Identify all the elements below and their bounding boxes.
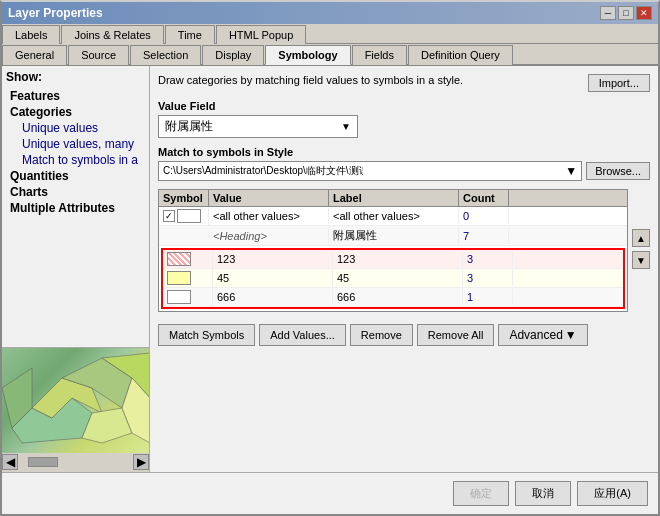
value-field-row: 附属属性 ▼ bbox=[158, 115, 650, 138]
row4-symbol bbox=[163, 288, 213, 306]
ok-button[interactable]: 确定 bbox=[453, 481, 509, 506]
table-row[interactable]: 123 123 3 bbox=[163, 250, 623, 269]
dialog-footer: 确定 取消 应用(A) bbox=[2, 472, 658, 514]
table-row[interactable]: 666 666 1 bbox=[163, 288, 623, 307]
browse-button[interactable]: Browse... bbox=[586, 162, 650, 180]
import-button[interactable]: Import... bbox=[588, 74, 650, 92]
table-row[interactable]: <Heading> 附属属性 7 bbox=[159, 226, 627, 246]
minimize-button[interactable]: ─ bbox=[600, 6, 616, 20]
remove-button[interactable]: Remove bbox=[350, 324, 413, 346]
left-panel: Show: Features Categories Unique values … bbox=[2, 66, 150, 472]
tab-fields[interactable]: Fields bbox=[352, 45, 407, 65]
table-row[interactable]: ✓ <all other values> <all other values> … bbox=[159, 207, 627, 226]
style-path-text: C:\Users\Administrator\Desktop\临时文件\测试\附… bbox=[163, 164, 363, 178]
maximize-button[interactable]: □ bbox=[618, 6, 634, 20]
advanced-button[interactable]: Advanced ▼ bbox=[498, 324, 587, 346]
style-path-dropdown[interactable]: C:\Users\Administrator\Desktop\临时文件\测试\附… bbox=[158, 161, 582, 181]
row1-symbol bbox=[159, 234, 209, 238]
row4-count: 1 bbox=[463, 289, 513, 305]
row2-symbol bbox=[163, 250, 213, 268]
tab-symbology[interactable]: Symbology bbox=[265, 45, 350, 65]
value-field-value: 附属属性 bbox=[165, 118, 213, 135]
tab-time[interactable]: Time bbox=[165, 25, 215, 44]
row0-count: 0 bbox=[459, 208, 509, 224]
row1-count: 7 bbox=[459, 228, 509, 244]
left-item-features[interactable]: Features bbox=[6, 88, 145, 104]
cancel-button[interactable]: 取消 bbox=[515, 481, 571, 506]
tabs-row1: Labels Joins & Relates Time HTML Popup bbox=[2, 24, 658, 44]
scroll-right-btn[interactable]: ▶ bbox=[133, 454, 149, 470]
row3-label: 45 bbox=[333, 270, 463, 286]
window-title: Layer Properties bbox=[8, 6, 103, 20]
advanced-arrow-icon: ▼ bbox=[565, 328, 577, 342]
tab-joins-relates[interactable]: Joins & Relates bbox=[61, 25, 163, 44]
close-button[interactable]: ✕ bbox=[636, 6, 652, 20]
description-text: Draw categories by matching field values… bbox=[158, 74, 463, 86]
title-controls: ─ □ ✕ bbox=[600, 6, 652, 20]
col-label: Label bbox=[329, 190, 459, 206]
col-count: Count bbox=[459, 190, 509, 206]
col-value: Value bbox=[209, 190, 329, 206]
left-item-charts[interactable]: Charts bbox=[6, 184, 145, 200]
value-field-label: Value Field bbox=[158, 100, 650, 112]
remove-all-button[interactable]: Remove All bbox=[417, 324, 495, 346]
row0-value: <all other values> bbox=[209, 208, 329, 224]
row4-value: 666 bbox=[213, 289, 333, 305]
row2-value: 123 bbox=[213, 251, 333, 267]
tab-general[interactable]: General bbox=[2, 45, 67, 65]
tab-source[interactable]: Source bbox=[68, 45, 129, 65]
row0-label: <all other values> bbox=[329, 208, 459, 224]
tabs-row2: General Source Selection Display Symbolo… bbox=[2, 44, 658, 66]
main-content: Show: Features Categories Unique values … bbox=[2, 66, 658, 472]
symbol-swatch bbox=[177, 209, 201, 223]
row3-symbol bbox=[163, 269, 213, 287]
left-items-list: Features Categories Unique values Unique… bbox=[6, 88, 145, 216]
title-bar: Layer Properties ─ □ ✕ bbox=[2, 2, 658, 24]
tab-definition-query[interactable]: Definition Query bbox=[408, 45, 513, 65]
bottom-buttons: Match Symbols Add Values... Remove Remov… bbox=[158, 324, 650, 346]
tab-html-popup[interactable]: HTML Popup bbox=[216, 25, 306, 44]
symbol-swatch bbox=[167, 271, 191, 285]
left-item-unique-values-many[interactable]: Unique values, many bbox=[6, 136, 145, 152]
row2-label: 123 bbox=[333, 251, 463, 267]
right-panel: Draw categories by matching field values… bbox=[150, 66, 658, 472]
row2-count: 3 bbox=[463, 251, 513, 267]
layer-properties-window: Layer Properties ─ □ ✕ Labels Joins & Re… bbox=[0, 0, 660, 516]
left-item-multiple-attributes[interactable]: Multiple Attributes bbox=[6, 200, 145, 216]
dropdown-arrow-icon: ▼ bbox=[341, 121, 351, 132]
checkbox[interactable]: ✓ bbox=[163, 210, 175, 222]
left-item-match-symbols[interactable]: Match to symbols in a bbox=[6, 152, 145, 168]
table-header: Symbol Value Label Count bbox=[159, 190, 627, 207]
match-symbols-button[interactable]: Match Symbols bbox=[158, 324, 255, 346]
value-field-dropdown[interactable]: 附属属性 ▼ bbox=[158, 115, 358, 138]
apply-button[interactable]: 应用(A) bbox=[577, 481, 648, 506]
left-item-quantities[interactable]: Quantities bbox=[6, 168, 145, 184]
col-symbol: Symbol bbox=[159, 190, 209, 206]
advanced-label: Advanced bbox=[509, 328, 562, 342]
tab-display[interactable]: Display bbox=[202, 45, 264, 65]
row1-label: 附属属性 bbox=[329, 226, 459, 245]
tab-selection[interactable]: Selection bbox=[130, 45, 201, 65]
tab-labels[interactable]: Labels bbox=[2, 25, 60, 44]
browse-row: C:\Users\Administrator\Desktop\临时文件\测试\附… bbox=[158, 161, 650, 181]
path-dropdown-arrow: ▼ bbox=[565, 164, 577, 178]
row3-value: 45 bbox=[213, 270, 333, 286]
table-row[interactable]: 45 45 3 bbox=[163, 269, 623, 288]
show-label: Show: bbox=[6, 70, 145, 84]
move-up-button[interactable]: ▲ bbox=[632, 229, 650, 247]
symbol-swatch bbox=[167, 252, 191, 266]
move-down-button[interactable]: ▼ bbox=[632, 251, 650, 269]
row1-value: <Heading> bbox=[209, 228, 329, 244]
left-item-categories[interactable]: Categories bbox=[6, 104, 145, 120]
symbology-table: Symbol Value Label Count ✓ <all other va… bbox=[158, 189, 628, 312]
symbol-swatch bbox=[167, 290, 191, 304]
row4-label: 666 bbox=[333, 289, 463, 305]
match-style-label: Match to symbols in Style bbox=[158, 146, 650, 158]
add-values-button[interactable]: Add Values... bbox=[259, 324, 346, 346]
scroll-left-btn[interactable]: ◀ bbox=[2, 454, 18, 470]
left-item-unique-values[interactable]: Unique values bbox=[6, 120, 145, 136]
row3-count: 3 bbox=[463, 270, 513, 286]
row0-symbol: ✓ bbox=[159, 207, 209, 225]
